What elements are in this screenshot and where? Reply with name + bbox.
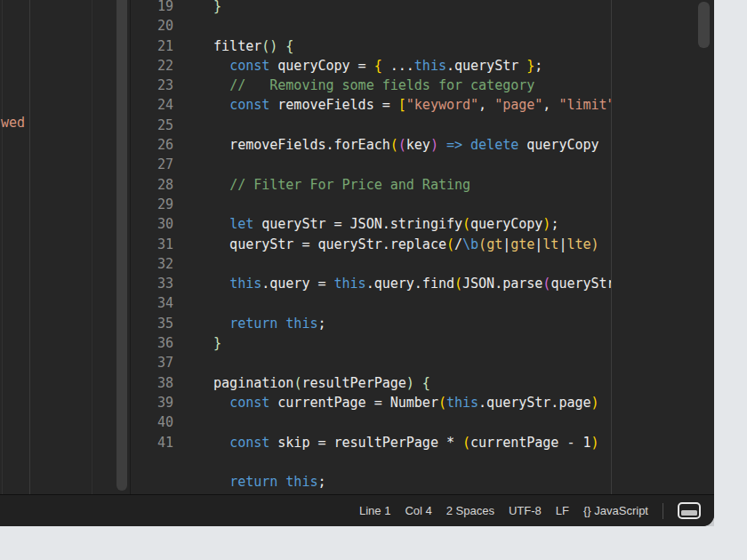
code-line[interactable]: 29 (131, 195, 611, 214)
code-line[interactable]: 27 (131, 155, 611, 174)
line-number: 27 (131, 155, 173, 174)
indent-guide (2, 0, 3, 494)
line-number (131, 452, 173, 472)
code-line[interactable]: 21 filter() { (131, 36, 611, 56)
bottom-panel-icon[interactable] (678, 502, 701, 519)
line-number: 30 (131, 214, 173, 234)
indent-guide (92, 0, 92, 494)
code-text (197, 116, 611, 135)
code-line[interactable]: 40 (131, 412, 611, 432)
editor-window: wed 19 }2021 filter() {22 const queryCop… (0, 0, 714, 526)
code-line[interactable]: return this; (131, 472, 611, 492)
line-number (131, 472, 173, 492)
line-number: 25 (131, 116, 173, 135)
code-line[interactable]: 33 this.query = this.query.find(JSON.par… (131, 274, 611, 293)
code-text: removeFields.forEach((key) => delete que… (197, 135, 611, 155)
code-line[interactable]: 37 (131, 353, 611, 372)
line-number: 33 (131, 274, 173, 293)
line-number: 20 (131, 16, 173, 36)
code-text (197, 195, 611, 214)
code-line[interactable]: 34 (131, 293, 611, 313)
code-line[interactable]: 38 pagination(resultPerPage) { (131, 373, 611, 393)
bottom-panel-icon-fill (681, 510, 697, 516)
code-text: return this; (197, 472, 611, 492)
line-number: 22 (131, 56, 173, 76)
code-lines: 19 }2021 filter() {22 const queryCopy = … (131, 0, 611, 494)
code-text: this.query = this.query.find(JSON.parse(… (197, 274, 611, 293)
minimap-area[interactable] (612, 0, 714, 494)
code-text (197, 293, 611, 313)
left-editor-pane[interactable]: wed (0, 0, 130, 494)
line-number: 19 (131, 0, 173, 16)
code-text: filter() { (197, 36, 611, 56)
code-line[interactable]: 26 removeFields.forEach((key) => delete … (131, 135, 611, 155)
line-number: 21 (131, 36, 173, 56)
code-text: } (197, 333, 611, 353)
desktop-background (714, 0, 747, 560)
status-bar: Line 1 Col 4 2 Spaces UTF-8 LF {} JavaSc… (0, 494, 714, 526)
line-number: 40 (131, 412, 173, 432)
code-text (197, 16, 611, 36)
code-text (197, 155, 611, 174)
code-text: queryStr = queryStr.replace(/\b(gt|gte|l… (197, 235, 611, 254)
line-number: 29 (131, 195, 173, 214)
line-number: 37 (131, 353, 173, 372)
code-text (197, 353, 611, 372)
code-text: pagination(resultPerPage) { (197, 373, 611, 393)
code-line[interactable]: 30 let queryStr = JSON.stringify(queryCo… (131, 214, 611, 234)
status-language-mode[interactable]: {} JavaScript (583, 504, 648, 517)
status-encoding[interactable]: UTF-8 (509, 504, 542, 517)
code-line[interactable]: 24 const removeFields = ["keyword", "pag… (131, 95, 611, 115)
editor-scrollbar-thumb[interactable] (698, 2, 710, 48)
code-line[interactable]: 28 // Filter For Price and Rating (131, 175, 611, 195)
code-line[interactable]: 32 (131, 254, 611, 274)
code-line[interactable]: 22 const queryCopy = { ...this.queryStr … (131, 56, 611, 76)
code-editor[interactable]: 19 }2021 filter() {22 const queryCopy = … (131, 0, 611, 494)
code-text (197, 452, 611, 472)
status-cursor-col[interactable]: Col 4 (405, 504, 431, 517)
code-line[interactable]: 41 const skip = resultPerPage * (current… (131, 433, 611, 452)
code-line[interactable]: 20 (131, 16, 611, 36)
line-number: 38 (131, 373, 173, 393)
code-text: } (197, 0, 611, 16)
line-number: 28 (131, 175, 173, 195)
line-number: 36 (131, 333, 173, 353)
code-text: let queryStr = JSON.stringify(queryCopy)… (197, 214, 611, 234)
code-line[interactable]: 19 } (131, 0, 611, 16)
line-number: 34 (131, 293, 173, 313)
line-number: 32 (131, 254, 173, 274)
code-text: // Filter For Price and Rating (197, 175, 611, 195)
code-text: const removeFields = ["keyword", "page",… (197, 95, 611, 115)
code-text: const skip = resultPerPage * (currentPag… (197, 433, 611, 452)
line-number: 39 (131, 393, 173, 412)
code-line[interactable] (131, 452, 611, 472)
code-line[interactable]: 35 return this; (131, 314, 611, 333)
line-number: 26 (131, 135, 173, 155)
code-line[interactable]: 36 } (131, 333, 611, 353)
code-text (197, 412, 611, 432)
line-number: 41 (131, 433, 173, 452)
code-text: return this; (197, 314, 611, 333)
code-text (197, 254, 611, 274)
code-text: // Removing some fields for category (197, 76, 611, 95)
line-number: 24 (131, 95, 173, 115)
indent-guide (29, 0, 30, 494)
status-eol[interactable]: LF (556, 504, 569, 517)
line-number: 31 (131, 235, 173, 254)
status-divider (663, 503, 663, 519)
code-line[interactable]: 23 // Removing some fields for category (131, 76, 611, 95)
clipped-string-text: wed (1, 115, 25, 131)
code-text: const currentPage = Number(this.queryStr… (197, 393, 611, 412)
line-number: 35 (131, 314, 173, 333)
code-line[interactable]: 25 (131, 116, 611, 135)
code-line[interactable]: 31 queryStr = queryStr.replace(/\b(gt|gt… (131, 235, 611, 254)
code-text: const queryCopy = { ...this.queryStr }; (197, 56, 611, 76)
status-cursor-line[interactable]: Line 1 (359, 504, 390, 517)
status-indentation[interactable]: 2 Spaces (446, 504, 494, 517)
code-line[interactable]: 39 const currentPage = Number(this.query… (131, 393, 611, 412)
line-number: 23 (131, 76, 173, 95)
desktop-background (0, 526, 747, 560)
left-pane-scrollbar-thumb[interactable] (116, 0, 127, 491)
